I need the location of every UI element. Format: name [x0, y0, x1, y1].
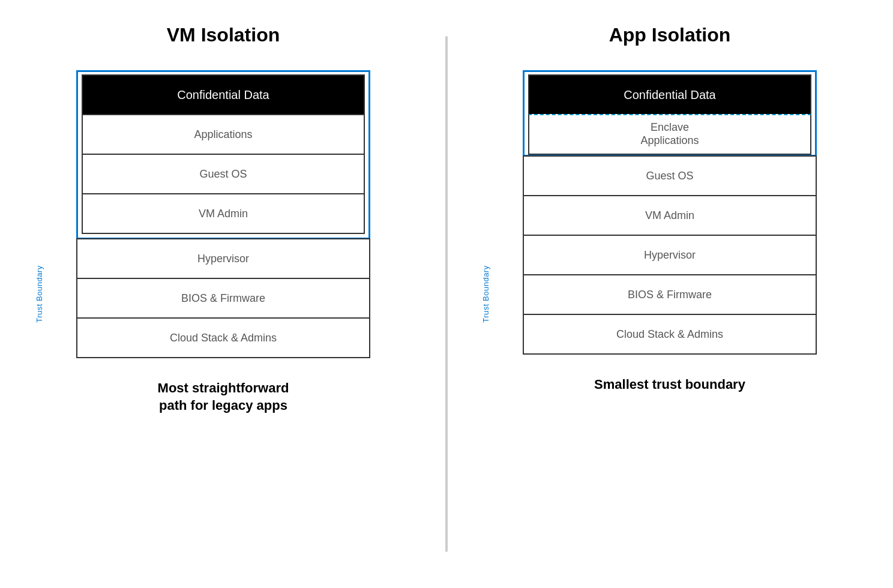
- app-row-hypervisor: Hypervisor: [523, 235, 817, 275]
- vm-diagram: Confidential Data Applications Guest OS …: [73, 70, 373, 358]
- vm-row-cloudstack: Cloud Stack & Admins: [76, 317, 370, 358]
- app-row-bios: BIOS & Firmware: [523, 274, 817, 315]
- vm-guestos-label: Guest OS: [199, 168, 247, 181]
- app-row-cloudstack: Cloud Stack & Admins: [523, 314, 817, 355]
- vm-bios-label: BIOS & Firmware: [181, 292, 265, 305]
- vm-row-guestos: Guest OS: [82, 154, 365, 194]
- vm-row-applications: Applications: [82, 114, 365, 155]
- app-diagram: Confidential Data Enclave Applications G…: [520, 70, 820, 355]
- app-bios-label: BIOS & Firmware: [628, 289, 712, 301]
- app-cloudstack-label: Cloud Stack & Admins: [616, 328, 723, 341]
- vm-vmadmin-label: VM Admin: [199, 208, 248, 220]
- app-vmadmin-label: VM Admin: [645, 209, 694, 222]
- vm-row-bios: BIOS & Firmware: [76, 278, 370, 319]
- vm-row-vmadmin: VM Admin: [82, 193, 365, 234]
- vm-outside-rows: Hypervisor BIOS & Firmware Cloud Stack &…: [76, 239, 370, 358]
- vm-applications-label: Applications: [194, 128, 252, 141]
- app-row-confidential: Confidential Data: [528, 74, 811, 115]
- app-confidential-label: Confidential Data: [624, 88, 715, 102]
- vm-trust-box: Confidential Data Applications Guest OS …: [76, 70, 370, 239]
- vm-row-confidential: Confidential Data: [82, 74, 365, 115]
- app-isolation-side: Trust Boundary App Isolation Confidentia…: [446, 0, 893, 588]
- app-hypervisor-label: Hypervisor: [644, 249, 696, 262]
- app-row-guestos: Guest OS: [523, 155, 817, 196]
- vm-isolation-title: VM Isolation: [167, 24, 280, 46]
- vm-row-hypervisor: Hypervisor: [76, 238, 370, 279]
- app-trust-boundary-label: Trust Boundary: [481, 265, 490, 322]
- app-enclave-label: Enclave Applications: [640, 121, 699, 147]
- app-trust-box: Confidential Data Enclave Applications: [523, 70, 817, 157]
- vm-trust-boundary-label: Trust Boundary: [35, 265, 44, 322]
- vm-confidential-label: Confidential Data: [177, 88, 269, 102]
- app-row-enclave: Enclave Applications: [528, 114, 811, 155]
- app-outside-rows: Guest OS VM Admin Hypervisor BIOS & Firm…: [523, 157, 817, 355]
- app-guestos-label: Guest OS: [646, 170, 693, 182]
- vm-cloudstack-label: Cloud Stack & Admins: [170, 332, 277, 344]
- vm-footer: Most straightforwardpath for legacy apps: [158, 380, 289, 414]
- page-container: Trust Boundary VM Isolation Confidential…: [0, 0, 893, 588]
- app-footer: Smallest trust boundary: [594, 376, 745, 394]
- vm-hypervisor-label: Hypervisor: [197, 253, 249, 265]
- vm-isolation-side: Trust Boundary VM Isolation Confidential…: [0, 0, 446, 588]
- app-row-vmadmin: VM Admin: [523, 195, 817, 236]
- app-isolation-title: App Isolation: [609, 24, 731, 46]
